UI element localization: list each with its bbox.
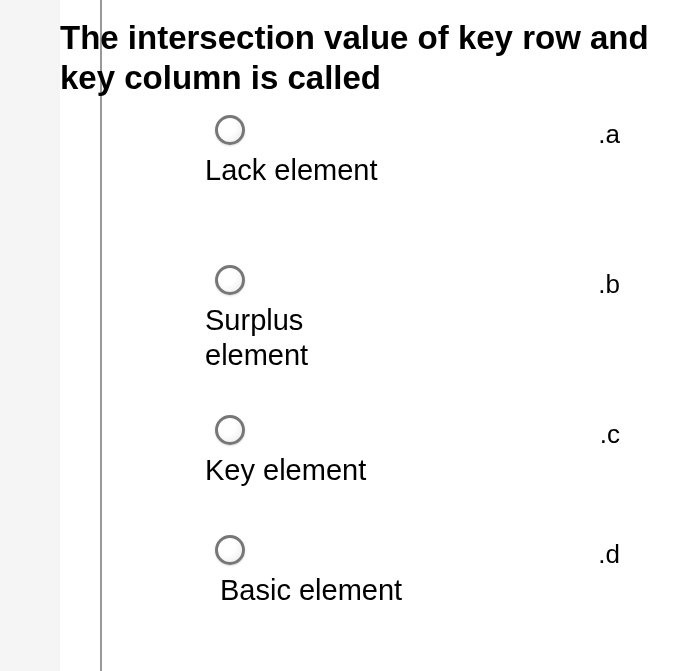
option-a-letter: .a	[598, 119, 620, 150]
option-d-letter: .d	[598, 539, 620, 570]
radio-a[interactable]	[215, 115, 245, 145]
question-title: The intersection value of key row and ke…	[60, 18, 680, 97]
option-b: Surplus element .b	[100, 265, 660, 385]
option-a: Lack element .a	[100, 115, 660, 235]
radio-c[interactable]	[215, 415, 245, 445]
option-d: Basic element .d	[100, 535, 660, 625]
option-b-label: Surplus element	[205, 303, 405, 373]
option-d-label: Basic element	[220, 573, 402, 608]
radio-b[interactable]	[215, 265, 245, 295]
option-b-letter: .b	[598, 269, 620, 300]
option-a-label: Lack element	[205, 153, 378, 188]
option-c: Key element .c	[100, 415, 660, 505]
radio-d[interactable]	[215, 535, 245, 565]
left-margin-strip	[0, 0, 60, 671]
option-c-label: Key element	[205, 453, 366, 488]
options-area: Lack element .a Surplus element .b Key e…	[100, 115, 660, 655]
option-c-letter: .c	[600, 419, 620, 450]
